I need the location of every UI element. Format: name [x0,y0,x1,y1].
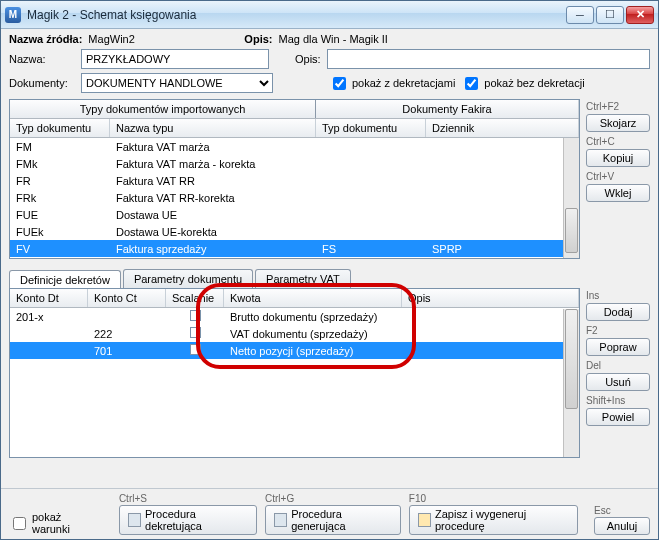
name-label: Nazwa: [9,53,75,65]
app-icon: M [5,7,21,23]
close-button[interactable]: ✕ [626,6,654,24]
imported-row[interactable]: FUEDostawa UE [10,206,563,223]
script-icon [274,513,287,527]
desc-label: Opis: [244,33,272,45]
form-desc-label: Opis: [295,53,321,65]
name-input[interactable] [81,49,269,69]
imported-row[interactable]: FRFaktura VAT RR [10,172,563,189]
minimize-button[interactable]: ─ [566,6,594,24]
scalanie-checkbox[interactable] [190,344,201,355]
col-dziennik[interactable]: Dziennik [426,119,579,137]
show-without-input[interactable] [465,77,478,90]
dekret-row[interactable]: 201-xBrutto dokumentu (sprzedaży) [10,308,563,325]
desc-value: Mag dla Win - Magik II [278,33,387,45]
show-with-input[interactable] [333,77,346,90]
dekret-scrollbar[interactable] [563,309,579,457]
col-fakir-doc[interactable]: Typ dokumentu [316,119,426,137]
dodaj-button[interactable]: Dodaj [586,303,650,321]
doc-types-table: Typy dokumentów importowanych Dokumenty … [9,99,580,259]
anuluj-button[interactable]: Anuluj [594,517,650,535]
show-with-checkbox[interactable]: pokaż z dekretacjami [329,74,455,93]
procedura-dekretujaca-button[interactable]: Procedura dekretująca [119,505,257,535]
source-label: Nazwa źródła: [9,33,82,45]
dekret-row[interactable]: 701Netto pozycji (sprzedaży) [10,342,563,359]
usun-button[interactable]: Usuń [586,373,650,391]
skojarz-button[interactable]: Skojarz [586,114,650,132]
tab-definicje[interactable]: Definicje dekretów [9,270,121,289]
maximize-button[interactable]: ☐ [596,6,624,24]
docs-select[interactable]: DOKUMENTY HANDLOWE [81,73,273,93]
sql-icon [418,513,431,527]
imported-row[interactable]: FMkFaktura VAT marża - korekta [10,155,563,172]
form-desc-input[interactable] [327,49,650,69]
table-scrollbar[interactable] [563,138,579,258]
source-value: MagWin2 [88,33,238,45]
wklej-button[interactable]: Wklej [586,184,650,202]
show-without-checkbox[interactable]: pokaż bez dekretacji [461,74,584,93]
show-conditions-checkbox[interactable]: pokaż warunki [9,511,97,535]
tab-parametry-dokumentu[interactable]: Parametry dokumentu [123,269,253,288]
tabs: Definicje dekretów Parametry dokumentu P… [1,265,658,288]
col-nazwa-typu[interactable]: Nazwa typu [110,119,316,137]
col-scalanie[interactable]: Scalanie [166,289,224,307]
popraw-button[interactable]: Popraw [586,338,650,356]
dekret-row[interactable]: 222VAT dokumentu (sprzedaży) [10,325,563,342]
scalanie-checkbox[interactable] [190,327,201,338]
script-icon [128,513,141,527]
main-window: M Magik 2 - Schemat księgowania ─ ☐ ✕ Na… [0,0,659,540]
col-typ-dok[interactable]: Typ dokumentu [10,119,110,137]
kopiuj-button[interactable]: Kopiuj [586,149,650,167]
dekret-table: Konto Dt Konto Ct Scalanie Kwota Opis 20… [9,288,580,458]
fakir-section-title: Dokumenty Fakira [316,100,579,118]
col-konto-dt[interactable]: Konto Dt [10,289,88,307]
titlebar: M Magik 2 - Schemat księgowania ─ ☐ ✕ [1,1,658,29]
col-kwota[interactable]: Kwota [224,289,402,307]
scalanie-checkbox[interactable] [190,310,201,321]
tab-parametry-vat[interactable]: Parametry VAT [255,269,351,288]
imported-row[interactable]: FVFaktura sprzedażyFSSPRP [10,240,563,257]
zapisz-button[interactable]: Zapisz i wygeneruj procedurę [409,505,578,535]
imported-row[interactable]: FRkFaktura VAT RR-korekta [10,189,563,206]
side-buttons-top: Ctrl+F2 Skojarz Ctrl+C Kopiuj Ctrl+V Wkl… [586,99,650,259]
side-buttons-bottom: Ins Dodaj F2 Popraw Del Usuń Shift+Ins P… [586,288,650,482]
imported-row[interactable]: FMFaktura VAT marża [10,138,563,155]
procedura-generujaca-button[interactable]: Procedura generująca [265,505,401,535]
imported-row[interactable]: FUEkDostawa UE-korekta [10,223,563,240]
col-konto-ct[interactable]: Konto Ct [88,289,166,307]
powiel-button[interactable]: Powiel [586,408,650,426]
docs-label: Dokumenty: [9,77,75,89]
window-title: Magik 2 - Schemat księgowania [27,8,566,22]
imported-section-title: Typy dokumentów importowanych [10,100,316,118]
footer: pokaż warunki Ctrl+S Procedura dekretują… [1,488,658,539]
col-opis[interactable]: Opis [402,289,579,307]
